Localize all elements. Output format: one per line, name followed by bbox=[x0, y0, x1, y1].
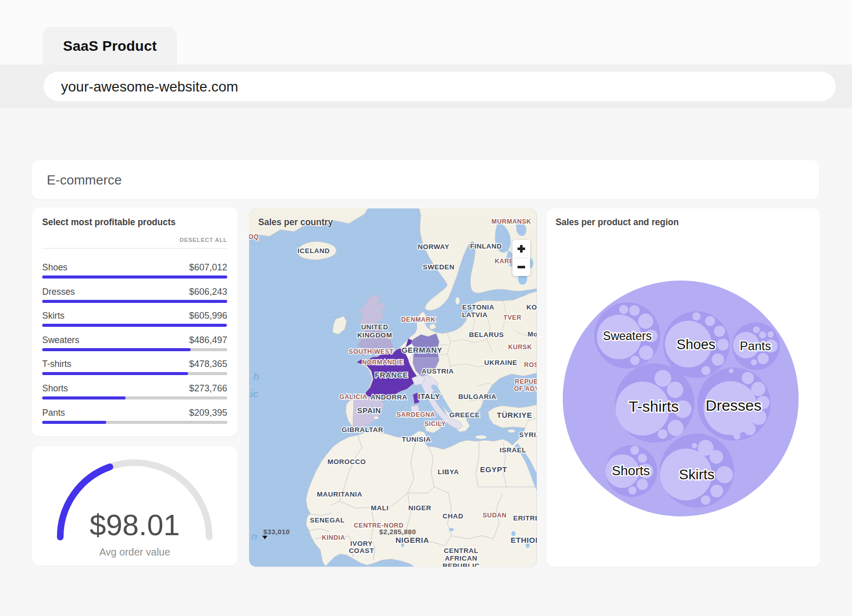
svg-text:REPUBLIC: REPUBLIC bbox=[442, 562, 479, 567]
svg-text:GIBRALTAR: GIBRALTAR bbox=[342, 426, 383, 434]
svg-text:SOUTH WEST: SOUTH WEST bbox=[349, 348, 393, 355]
svg-text:SWEDEN: SWEDEN bbox=[423, 263, 454, 271]
svg-text:UNITED: UNITED bbox=[361, 323, 388, 331]
svg-text:SENEGAL: SENEGAL bbox=[310, 516, 345, 524]
svg-text:Skirts: Skirts bbox=[679, 467, 715, 482]
svg-text:SARDEGNA: SARDEGNA bbox=[397, 411, 435, 418]
svg-text:DENMARK: DENMARK bbox=[401, 316, 435, 323]
svg-text:SPAIN: SPAIN bbox=[357, 406, 381, 415]
svg-text:NORWAY: NORWAY bbox=[418, 243, 449, 251]
svg-text:KINGDOM: KINGDOM bbox=[357, 331, 392, 339]
svg-text:ANDORRA: ANDORRA bbox=[371, 393, 408, 401]
svg-text:GREECE: GREECE bbox=[449, 411, 480, 419]
svg-text:AFRICAN: AFRICAN bbox=[445, 555, 477, 562]
svg-text:KO: KO bbox=[526, 303, 537, 311]
svg-text:KINDIA: KINDIA bbox=[322, 534, 345, 541]
svg-text:GALICIA: GALICIA bbox=[340, 393, 368, 401]
svg-text:ESTONIA: ESTONIA bbox=[462, 303, 494, 311]
svg-text:ICELAND: ICELAND bbox=[297, 247, 330, 255]
svg-text:ISRAEL: ISRAEL bbox=[500, 446, 527, 454]
svg-text:$2,285,880: $2,285,880 bbox=[379, 528, 416, 536]
svg-text:COAST: COAST bbox=[349, 547, 374, 555]
svg-text:NIGER: NIGER bbox=[408, 504, 431, 512]
svg-text:$33,010: $33,010 bbox=[263, 528, 290, 536]
svg-text:MAURITANIA: MAURITANIA bbox=[317, 490, 362, 498]
svg-text:FINLAND: FINLAND bbox=[470, 242, 502, 250]
svg-text:MURMANSK: MURMANSK bbox=[492, 218, 531, 225]
svg-text:SYRIA: SYRIA bbox=[519, 431, 537, 439]
svg-text:CHAD: CHAD bbox=[443, 512, 464, 520]
svg-text:Sweaters: Sweaters bbox=[603, 329, 652, 343]
svg-text:EGYPT: EGYPT bbox=[480, 465, 507, 474]
svg-text:MOROCCO: MOROCCO bbox=[327, 458, 366, 466]
svg-text:Mо: Mо bbox=[528, 330, 537, 338]
svg-text:IVORY: IVORY bbox=[350, 540, 373, 547]
svg-text:UKRAINE: UKRAINE bbox=[484, 359, 517, 366]
svg-text:Shorts: Shorts bbox=[612, 463, 650, 478]
svg-text:TUNISIA: TUNISIA bbox=[402, 436, 431, 443]
svg-text:NIGERIA: NIGERIA bbox=[395, 536, 429, 544]
svg-text:MALI: MALI bbox=[371, 504, 389, 512]
svg-text:LATVIA: LATVIA bbox=[462, 311, 488, 319]
svg-text:T-shirts: T-shirts bbox=[629, 398, 679, 415]
svg-text:Shoes: Shoes bbox=[677, 337, 716, 352]
svg-text:ROS: ROS bbox=[524, 361, 537, 368]
svg-text:BELARUS: BELARUS bbox=[469, 331, 504, 338]
svg-text:n: n bbox=[251, 531, 257, 542]
svg-text:ic: ic bbox=[250, 388, 259, 399]
svg-text:AUSTRIA: AUSTRIA bbox=[421, 367, 454, 375]
svg-text:ERITREA: ERITREA bbox=[513, 514, 537, 522]
svg-text:CENTRAL: CENTRAL bbox=[444, 547, 478, 555]
svg-text:NORMANDIE: NORMANDIE bbox=[362, 359, 404, 366]
svg-text:REPUB: REPUB bbox=[515, 378, 537, 385]
svg-text:FRANCE: FRANCE bbox=[375, 371, 408, 379]
svg-text:TÜRKIYE: TÜRKIYE bbox=[497, 411, 532, 419]
svg-text:SUDAN: SUDAN bbox=[483, 512, 507, 519]
svg-text:ETHIOPIA: ETHIOPIA bbox=[511, 536, 537, 544]
svg-text:h: h bbox=[253, 371, 259, 382]
svg-text:SICILY: SICILY bbox=[424, 420, 446, 427]
svg-text:Pants: Pants bbox=[740, 339, 771, 353]
svg-text:OF ADY: OF ADY bbox=[514, 385, 537, 392]
svg-text:TVER: TVER bbox=[503, 314, 521, 321]
svg-text:KARE: KARE bbox=[495, 258, 513, 265]
svg-text:GERMANY: GERMANY bbox=[402, 346, 442, 354]
svg-text:ITALY: ITALY bbox=[418, 392, 440, 401]
svg-text:OQ: OQ bbox=[249, 233, 259, 240]
svg-text:Dresses: Dresses bbox=[706, 397, 762, 414]
svg-text:LIBYA: LIBYA bbox=[438, 468, 459, 476]
svg-text:KURSK: KURSK bbox=[508, 344, 532, 351]
svg-text:BULGARIA: BULGARIA bbox=[458, 393, 496, 401]
